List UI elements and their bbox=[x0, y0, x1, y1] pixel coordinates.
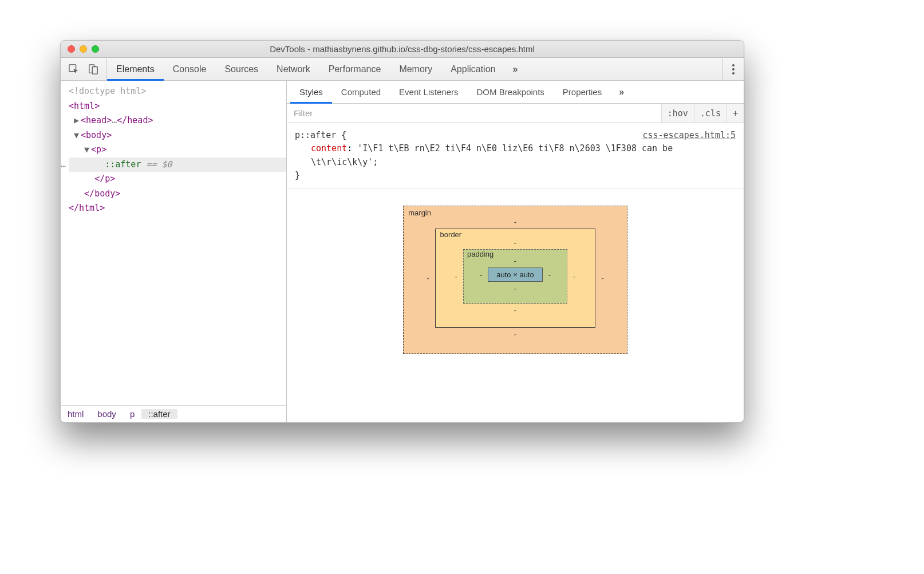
tab-properties[interactable]: Properties bbox=[554, 81, 611, 103]
tab-sources[interactable]: Sources bbox=[215, 58, 267, 80]
border-top: - bbox=[514, 238, 516, 247]
margin-right: - bbox=[601, 274, 603, 282]
css-property[interactable]: content bbox=[311, 143, 347, 154]
padding-left: - bbox=[480, 270, 482, 279]
minimize-icon[interactable] bbox=[80, 45, 87, 53]
padding-right: - bbox=[548, 270, 551, 279]
padding-top: - bbox=[514, 257, 516, 265]
rule-source-link[interactable]: css-escapes.html:5 bbox=[642, 129, 736, 142]
css-rule[interactable]: css-escapes.html:5 p::after { content: '… bbox=[287, 123, 744, 188]
crumb-after[interactable]: ::after bbox=[141, 409, 177, 419]
toolbar-icons bbox=[61, 58, 107, 80]
head-ellipsis: … bbox=[112, 115, 117, 125]
tab-computed[interactable]: Computed bbox=[332, 81, 390, 103]
devtools-menu[interactable] bbox=[722, 58, 744, 80]
kebab-icon bbox=[732, 64, 735, 74]
p-close: </p> bbox=[94, 174, 115, 184]
margin-label: margin bbox=[408, 209, 431, 217]
devtools-tabs: Elements Console Sources Network Perform… bbox=[107, 58, 504, 80]
box-model-content[interactable]: auto × auto bbox=[488, 268, 542, 282]
box-model-border[interactable]: border - - padding - bbox=[435, 229, 596, 328]
tab-memory[interactable]: Memory bbox=[390, 58, 441, 80]
border-left: - bbox=[455, 272, 457, 281]
device-toggle-icon[interactable] bbox=[88, 64, 98, 74]
crumb-body[interactable]: body bbox=[90, 409, 123, 419]
breadcrumb: html body p ::after bbox=[61, 405, 286, 422]
window-controls bbox=[68, 45, 99, 53]
padding-bottom: - bbox=[514, 284, 516, 293]
box-model-margin[interactable]: margin - - border - - bbox=[403, 206, 627, 354]
css-value[interactable]: 'I\F1 t\EB rn\E2 ti\F4 n\E0 liz\E6 ti\F8… bbox=[311, 143, 673, 167]
padding-label: padding bbox=[467, 250, 493, 258]
tabs-overflow[interactable]: » bbox=[504, 58, 526, 80]
styles-tabs-overflow[interactable]: » bbox=[611, 81, 632, 103]
p-open[interactable]: <p> bbox=[91, 144, 106, 155]
rule-close: } bbox=[295, 170, 300, 180]
tab-elements[interactable]: Elements bbox=[107, 58, 164, 80]
filter-row: :hov .cls + bbox=[287, 104, 744, 123]
margin-bottom: - bbox=[514, 330, 516, 339]
tab-event-listeners[interactable]: Event Listeners bbox=[390, 81, 467, 103]
new-style-rule-button[interactable]: + bbox=[726, 104, 744, 123]
window-title: DevTools - mathiasbynens.github.io/css-d… bbox=[66, 44, 738, 54]
dom-panel: <!doctype html> <html> ▶<head>…</head> ▼… bbox=[61, 81, 287, 422]
hov-button[interactable]: :hov bbox=[661, 104, 694, 123]
box-model-area: margin - - border - - bbox=[287, 188, 744, 422]
zoom-icon[interactable] bbox=[92, 45, 99, 53]
margin-top: - bbox=[514, 218, 516, 226]
pseudo-after: ::after bbox=[105, 159, 141, 170]
devtools-window: DevTools - mathiasbynens.github.io/css-d… bbox=[60, 40, 744, 423]
border-right: - bbox=[573, 272, 575, 281]
close-icon[interactable] bbox=[68, 45, 75, 53]
styles-panel: Styles Computed Event Listeners DOM Brea… bbox=[287, 81, 744, 422]
box-model-padding[interactable]: padding - - auto × auto - bbox=[463, 249, 567, 304]
head-open[interactable]: <head> bbox=[81, 115, 112, 125]
body-close: </body> bbox=[84, 188, 120, 199]
disclosure-right-icon[interactable]: ▶ bbox=[74, 113, 81, 128]
border-bottom: - bbox=[514, 306, 516, 314]
selected-node[interactable]: ::after == $0 bbox=[69, 158, 286, 172]
main-area: <!doctype html> <html> ▶<head>…</head> ▼… bbox=[61, 81, 744, 422]
tab-network[interactable]: Network bbox=[267, 58, 319, 80]
svg-rect-2 bbox=[92, 66, 97, 74]
eq-dollar-zero: == $0 bbox=[141, 159, 172, 170]
disclosure-down-icon[interactable]: ▼ bbox=[74, 128, 81, 143]
cls-button[interactable]: .cls bbox=[694, 104, 726, 123]
border-label: border bbox=[440, 230, 462, 239]
disclosure-down-icon[interactable]: ▼ bbox=[84, 143, 91, 158]
body-open[interactable]: <body> bbox=[81, 130, 112, 140]
html-close: </html> bbox=[69, 203, 105, 213]
devtools-toolbar: Elements Console Sources Network Perform… bbox=[61, 58, 744, 81]
titlebar: DevTools - mathiasbynens.github.io/css-d… bbox=[61, 41, 744, 58]
html-open[interactable]: <html> bbox=[69, 101, 100, 111]
styles-tabs: Styles Computed Event Listeners DOM Brea… bbox=[287, 81, 744, 104]
dom-tree[interactable]: <!doctype html> <html> ▶<head>…</head> ▼… bbox=[61, 81, 286, 405]
margin-left: - bbox=[427, 274, 429, 282]
tab-performance[interactable]: Performance bbox=[319, 58, 390, 80]
tab-styles[interactable]: Styles bbox=[290, 81, 332, 103]
inspect-icon[interactable] bbox=[69, 64, 79, 74]
rule-selector: p::after { bbox=[295, 130, 346, 140]
head-close: </head> bbox=[117, 115, 153, 125]
doctype: <!doctype html> bbox=[69, 86, 146, 96]
crumb-html[interactable]: html bbox=[61, 409, 90, 419]
tab-dom-breakpoints[interactable]: DOM Breakpoints bbox=[467, 81, 553, 103]
tab-application[interactable]: Application bbox=[441, 58, 504, 80]
crumb-p[interactable]: p bbox=[123, 409, 141, 419]
tab-console[interactable]: Console bbox=[164, 58, 216, 80]
filter-input[interactable] bbox=[287, 104, 661, 123]
